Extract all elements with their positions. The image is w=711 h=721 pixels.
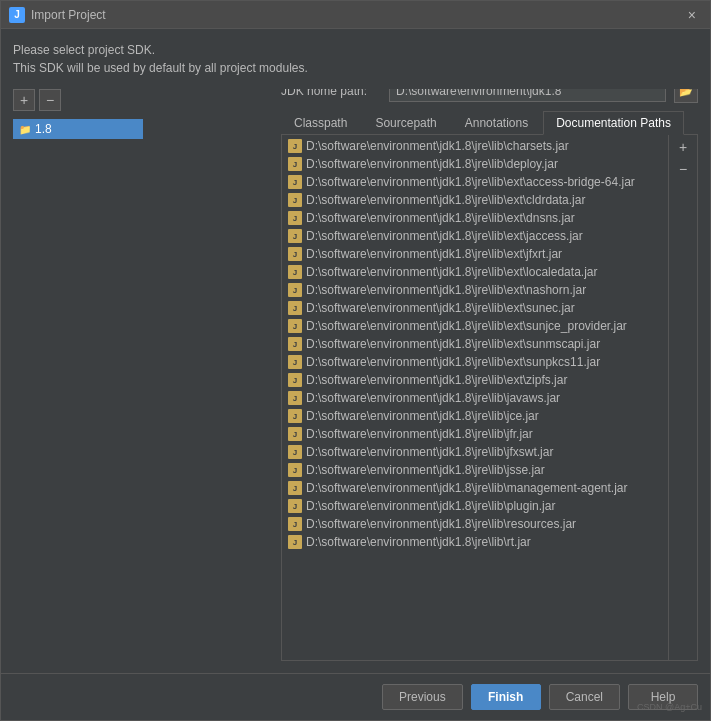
list-item[interactable]: JD:\software\environment\jdk1.8\jre\lib\…	[282, 479, 668, 497]
file-path: D:\software\environment\jdk1.8\jre\lib\e…	[306, 337, 600, 351]
file-path: D:\software\environment\jdk1.8\jre\lib\e…	[306, 193, 585, 207]
list-item[interactable]: JD:\software\environment\jdk1.8\jre\lib\…	[282, 497, 668, 515]
close-button[interactable]: ×	[682, 5, 702, 25]
list-item[interactable]: JD:\software\environment\jdk1.8\jre\lib\…	[282, 281, 668, 299]
finish-button[interactable]: Finish	[471, 684, 541, 710]
tab-sourcepath[interactable]: Sourcepath	[362, 111, 449, 134]
file-path: D:\software\environment\jdk1.8\jre\lib\j…	[306, 463, 545, 477]
list-item[interactable]: JD:\software\environment\jdk1.8\jre\lib\…	[282, 245, 668, 263]
list-item[interactable]: JD:\software\environment\jdk1.8\jre\lib\…	[282, 353, 668, 371]
list-item[interactable]: JD:\software\environment\jdk1.8\jre\lib\…	[282, 209, 668, 227]
jdk-row: JDK home path: 📂	[281, 89, 698, 103]
remove-file-button[interactable]: −	[673, 159, 693, 179]
cancel-button[interactable]: Cancel	[549, 684, 620, 710]
jar-icon: J	[288, 517, 302, 531]
sdk-panel: + − 📁 1.8	[13, 89, 143, 661]
file-path: D:\software\environment\jdk1.8\jre\lib\e…	[306, 229, 583, 243]
jar-icon: J	[288, 355, 302, 369]
list-item[interactable]: JD:\software\environment\jdk1.8\jre\lib\…	[282, 227, 668, 245]
sdk-details: Name: JDK home path: 📂 Classpath	[281, 89, 698, 661]
list-item[interactable]: JD:\software\environment\jdk1.8\jre\lib\…	[282, 389, 668, 407]
list-item[interactable]: JD:\software\environment\jdk1.8\jre\lib\…	[282, 515, 668, 533]
sdk-folder-icon: 📁	[19, 124, 31, 135]
description-line1: Please select project SDK.	[13, 41, 698, 59]
tab-documentation-paths[interactable]: Documentation Paths	[543, 111, 684, 135]
jar-icon: J	[288, 319, 302, 333]
jar-icon: J	[288, 409, 302, 423]
jar-icon: J	[288, 499, 302, 513]
title-bar: J Import Project ×	[1, 1, 710, 29]
list-side-buttons: + −	[668, 135, 697, 660]
tab-annotations[interactable]: Annotations	[452, 111, 541, 134]
jar-icon: J	[288, 193, 302, 207]
list-item[interactable]: JD:\software\environment\jdk1.8\jre\lib\…	[282, 533, 668, 551]
file-path: D:\software\environment\jdk1.8\jre\lib\c…	[306, 139, 569, 153]
jar-icon: J	[288, 283, 302, 297]
jar-icon: J	[288, 211, 302, 225]
file-path: D:\software\environment\jdk1.8\jre\lib\e…	[306, 247, 562, 261]
sdk-item-label: 1.8	[35, 122, 52, 136]
tabs-container: Classpath Sourcepath Annotations Documen…	[281, 111, 698, 135]
file-path: D:\software\environment\jdk1.8\jre\lib\j…	[306, 409, 539, 423]
file-path: D:\software\environment\jdk1.8\jre\lib\e…	[306, 355, 600, 369]
file-path: D:\software\environment\jdk1.8\jre\lib\e…	[306, 265, 597, 279]
jar-icon: J	[288, 157, 302, 171]
jar-icon: J	[288, 463, 302, 477]
file-path: D:\software\environment\jdk1.8\jre\lib\j…	[306, 391, 560, 405]
jar-icon: J	[288, 301, 302, 315]
list-item[interactable]: JD:\software\environment\jdk1.8\jre\lib\…	[282, 155, 668, 173]
jar-icon: J	[288, 373, 302, 387]
add-sdk-button[interactable]: +	[13, 89, 35, 111]
jar-icon: J	[288, 139, 302, 153]
folder-icon: 📂	[679, 89, 693, 98]
previous-button[interactable]: Previous	[382, 684, 463, 710]
tab-classpath[interactable]: Classpath	[281, 111, 360, 134]
dialog-footer: Previous Finish Cancel Help	[1, 673, 710, 720]
jar-icon: J	[288, 481, 302, 495]
list-item[interactable]: JD:\software\environment\jdk1.8\jre\lib\…	[282, 443, 668, 461]
sdk-list-item[interactable]: 📁 1.8	[13, 119, 143, 139]
list-item[interactable]: JD:\software\environment\jdk1.8\jre\lib\…	[282, 425, 668, 443]
file-path: D:\software\environment\jdk1.8\jre\lib\j…	[306, 427, 533, 441]
file-path: D:\software\environment\jdk1.8\jre\lib\r…	[306, 517, 576, 531]
list-item[interactable]: JD:\software\environment\jdk1.8\jre\lib\…	[282, 173, 668, 191]
list-item[interactable]: JD:\software\environment\jdk1.8\jre\lib\…	[282, 335, 668, 353]
file-path: D:\software\environment\jdk1.8\jre\lib\p…	[306, 499, 555, 513]
list-item[interactable]: JD:\software\environment\jdk1.8\jre\lib\…	[282, 317, 668, 335]
list-item[interactable]: JD:\software\environment\jdk1.8\jre\lib\…	[282, 191, 668, 209]
list-item[interactable]: JD:\software\environment\jdk1.8\jre\lib\…	[282, 299, 668, 317]
file-path: D:\software\environment\jdk1.8\jre\lib\r…	[306, 535, 531, 549]
list-item[interactable]: JD:\software\environment\jdk1.8\jre\lib\…	[282, 407, 668, 425]
jar-icon: J	[288, 175, 302, 189]
list-item[interactable]: JD:\software\environment\jdk1.8\jre\lib\…	[282, 263, 668, 281]
description-line2: This SDK will be used by default by all …	[13, 59, 698, 77]
file-path: D:\software\environment\jdk1.8\jre\lib\e…	[306, 283, 586, 297]
jar-icon: J	[288, 337, 302, 351]
list-item[interactable]: JD:\software\environment\jdk1.8\jre\lib\…	[282, 371, 668, 389]
jar-icon: J	[288, 229, 302, 243]
tab-content: JD:\software\environment\jdk1.8\jre\lib\…	[281, 135, 698, 661]
jar-icon: J	[288, 445, 302, 459]
jar-icon: J	[288, 391, 302, 405]
jdk-browse-button[interactable]: 📂	[674, 89, 698, 103]
file-path: D:\software\environment\jdk1.8\jre\lib\e…	[306, 175, 635, 189]
sdk-controls: + −	[13, 89, 143, 111]
jar-icon: J	[288, 535, 302, 549]
jdk-home-input[interactable]	[389, 89, 666, 102]
dialog-body: Please select project SDK. This SDK will…	[1, 29, 710, 673]
file-path: D:\software\environment\jdk1.8\jre\lib\e…	[306, 319, 627, 333]
list-item[interactable]: JD:\software\environment\jdk1.8\jre\lib\…	[282, 137, 668, 155]
remove-sdk-button[interactable]: −	[39, 89, 61, 111]
list-item[interactable]: JD:\software\environment\jdk1.8\jre\lib\…	[282, 461, 668, 479]
file-path: D:\software\environment\jdk1.8\jre\lib\e…	[306, 373, 567, 387]
app-icon: J	[9, 7, 25, 23]
file-path: D:\software\environment\jdk1.8\jre\lib\d…	[306, 157, 558, 171]
add-file-button[interactable]: +	[673, 137, 693, 157]
file-path: D:\software\environment\jdk1.8\jre\lib\j…	[306, 445, 553, 459]
import-project-dialog: J Import Project × Please select project…	[0, 0, 711, 721]
jdk-label: JDK home path:	[281, 89, 381, 98]
jar-icon: J	[288, 427, 302, 441]
jar-icon: J	[288, 265, 302, 279]
file-list: JD:\software\environment\jdk1.8\jre\lib\…	[282, 135, 668, 660]
file-path: D:\software\environment\jdk1.8\jre\lib\e…	[306, 211, 575, 225]
